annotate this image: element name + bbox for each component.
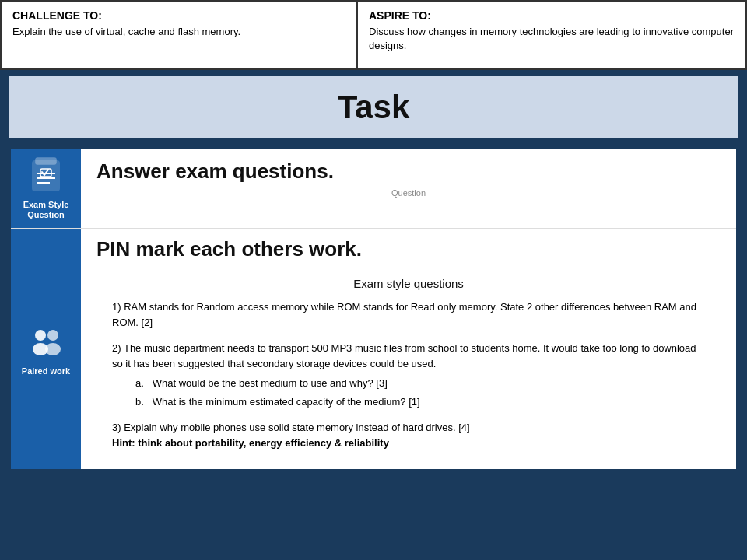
main-content: Exam StyleQuestion Answer exam questions… xyxy=(9,147,738,471)
svg-point-8 xyxy=(47,330,58,341)
list-item: 3) Explain why mobile phones use solid s… xyxy=(112,420,705,450)
exam-icon xyxy=(26,156,65,195)
exam-questions-title: Exam style questions xyxy=(112,277,705,290)
list-item: 1) RAM stands for Random access memory w… xyxy=(112,299,705,330)
paired-content-block: PIN mark each others work. Exam style qu… xyxy=(81,229,736,469)
list-item: 2) The music department needs to transpo… xyxy=(112,341,705,409)
q2a-letter: a. xyxy=(135,377,149,389)
q2-number: 2) xyxy=(112,342,121,354)
q3-text: Explain why mobile phones use solid stat… xyxy=(124,422,469,433)
list-item: a. What would be the best medium to use … xyxy=(135,376,705,391)
paired-heading: PIN mark each others work. xyxy=(96,237,721,261)
challenge-box: CHALLENGE TO: Explain the use of virtual… xyxy=(0,0,358,70)
exam-content-block: Answer exam questions. Question xyxy=(81,149,736,228)
task-title: Task xyxy=(338,89,410,125)
sub-list: a. What would be the best medium to use … xyxy=(112,376,705,409)
aspire-box: ASPIRE TO: Discuss how changes in memory… xyxy=(358,0,747,70)
aspire-title: ASPIRE TO: xyxy=(369,9,735,22)
paired-icon-block: Paired work xyxy=(11,229,81,469)
exam-heading: Answer exam questions. xyxy=(96,159,721,184)
q1-number: 1) xyxy=(112,301,121,313)
q1-text: RAM stands for Random access memory whil… xyxy=(112,301,696,328)
exam-section-row: Exam StyleQuestion Answer exam questions… xyxy=(11,149,736,229)
exam-questions-content: Exam style questions 1) RAM stands for R… xyxy=(96,269,721,469)
svg-rect-0 xyxy=(33,161,59,191)
exam-icon-block: Exam StyleQuestion xyxy=(11,149,81,228)
exam-icon-label: Exam StyleQuestion xyxy=(23,200,69,220)
svg-rect-1 xyxy=(36,158,56,164)
exam-reflection: Question xyxy=(96,188,721,198)
q2a-text: What would be the best medium to use and… xyxy=(153,377,388,389)
aspire-text: Discuss how changes in memory technologi… xyxy=(369,25,735,53)
list-item: b. What is the minimum estimated capacit… xyxy=(135,394,705,410)
q3-hint: Hint: think about portability, energy ef… xyxy=(112,437,389,449)
q2b-text: What is the minimum estimated capacity o… xyxy=(153,396,420,408)
svg-point-6 xyxy=(35,330,46,341)
paired-icon-label: Paired work xyxy=(22,366,70,376)
paired-icon xyxy=(26,323,65,362)
q2b-letter: b. xyxy=(135,396,149,408)
challenge-text: Explain the use of virtual, cache and fl… xyxy=(12,25,345,39)
paired-section: Paired work PIN mark each others work. E… xyxy=(11,229,736,469)
task-header: Task xyxy=(9,76,738,141)
question-list: 1) RAM stands for Random access memory w… xyxy=(112,299,705,450)
q2-text: The music department needs to transport … xyxy=(112,342,696,369)
challenge-title: CHALLENGE TO: xyxy=(12,9,345,22)
q3-number: 3) xyxy=(112,422,121,433)
svg-point-9 xyxy=(45,343,61,355)
